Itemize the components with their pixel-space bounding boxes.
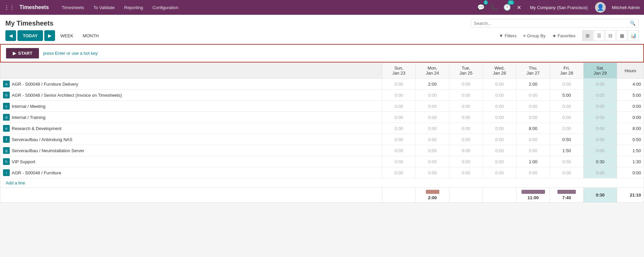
cell-tue[interactable]: 0:00 [449, 134, 483, 145]
cell-sun[interactable]: 0:00 [382, 134, 416, 145]
view-table-btn[interactable]: ▦ [616, 30, 627, 41]
cell-wed[interactable]: 0:00 [483, 134, 516, 145]
cell-sat[interactable]: 0:00 [584, 79, 617, 90]
cell-sun[interactable]: 0:00 [382, 112, 416, 123]
cell-thu[interactable]: 0:00 [516, 145, 550, 156]
chat-icon[interactable]: 💬 5 [476, 2, 486, 12]
cell-tue[interactable]: 0:00 [449, 79, 483, 90]
cell-mon[interactable]: 0:00 [416, 123, 449, 134]
cell-sat[interactable]: 0:00 [584, 123, 617, 134]
task-cell[interactable]: eResearch & Development [0, 123, 382, 134]
grid-icon[interactable]: ⋮⋮ [4, 4, 15, 11]
cell-fri[interactable]: 0:00 [550, 156, 584, 167]
cell-fri[interactable]: 0:00 [550, 123, 584, 134]
cell-tue[interactable]: 0:00 [449, 101, 483, 112]
cell-sat[interactable]: 0:00 [584, 167, 617, 178]
cell-sat[interactable]: 0:30 [584, 156, 617, 167]
task-cell[interactable]: cInternal / Meeting [0, 101, 382, 112]
cell-wed[interactable]: 0:00 [483, 156, 516, 167]
cell-fri[interactable]: 0:00 [550, 101, 584, 112]
cell-sun[interactable]: 0:00 [382, 145, 416, 156]
cell-sat[interactable]: 0:00 [584, 134, 617, 145]
start-area: ▶ START press Enter or use a hot key [0, 44, 644, 62]
cell-sat[interactable]: 0:00 [584, 145, 617, 156]
cell-sun[interactable]: 0:00 [382, 167, 416, 178]
cell-sat[interactable]: 0:00 [584, 101, 617, 112]
week-btn[interactable]: WEEK [56, 30, 77, 41]
task-cell[interactable]: gServeraufbau / Neuinstallation Server [0, 145, 382, 156]
prev-btn[interactable]: ◀ [5, 30, 16, 41]
cell-sun[interactable]: 0:00 [382, 90, 416, 101]
cell-wed[interactable]: 0:00 [483, 123, 516, 134]
task-cell[interactable]: fServeraufbau / Anbindung NAS [0, 134, 382, 145]
nav-reporting[interactable]: Reporting [119, 0, 148, 15]
cell-mon[interactable]: 2:00 [416, 79, 449, 90]
cell-sun[interactable]: 0:00 [382, 101, 416, 112]
nav-to-validate[interactable]: To Validate [89, 0, 119, 15]
cell-tue[interactable]: 0:00 [449, 167, 483, 178]
cell-mon[interactable]: 0:00 [416, 156, 449, 167]
task-cell[interactable]: iAGR - S00048 / Furniture [0, 167, 382, 178]
nav-configuration[interactable]: Configuration [148, 0, 183, 15]
cell-thu[interactable]: 0:00 [516, 90, 550, 101]
add-line-btn[interactable]: Add a line [3, 178, 28, 187]
user-avatar[interactable]: 👤 [595, 2, 606, 13]
filter-icon: ▼ [499, 33, 503, 38]
cell-mon[interactable]: 0:00 [416, 134, 449, 145]
cell-sun[interactable]: 0:00 [382, 79, 416, 90]
cell-tue[interactable]: 0:00 [449, 112, 483, 123]
cell-fri[interactable]: 5:00 [550, 90, 584, 101]
cell-thu[interactable]: 0:00 [516, 167, 550, 178]
cell-fri[interactable]: 0:00 [550, 167, 584, 178]
activity-icon[interactable]: 🕐 31 [502, 2, 512, 12]
cell-tue[interactable]: 0:00 [449, 156, 483, 167]
view-grid-btn[interactable]: ⊞ [582, 30, 593, 41]
cell-tue[interactable]: 0:00 [449, 123, 483, 134]
cell-mon[interactable]: 0:00 [416, 90, 449, 101]
nav-timesheets[interactable]: Timesheets [57, 0, 89, 15]
favorites-btn[interactable]: ★ Favorites [550, 32, 578, 40]
cell-wed[interactable]: 0:00 [483, 101, 516, 112]
cell-mon[interactable]: 0:00 [416, 145, 449, 156]
view-list-btn[interactable]: ☰ [594, 30, 604, 41]
month-btn[interactable]: MONTH [79, 30, 103, 41]
cell-wed[interactable]: 0:00 [483, 167, 516, 178]
today-btn[interactable]: TODAY [17, 30, 43, 41]
cell-wed[interactable]: 0:00 [483, 79, 516, 90]
cell-thu[interactable]: 1:00 [516, 156, 550, 167]
view-card-btn[interactable]: ⊟ [605, 30, 616, 41]
cell-mon[interactable]: 0:00 [416, 101, 449, 112]
phone-icon[interactable]: 📞 [489, 3, 499, 12]
close-icon[interactable]: ✕ [515, 3, 523, 12]
start-button[interactable]: ▶ START [6, 48, 39, 58]
cell-mon[interactable]: 0:00 [416, 112, 449, 123]
cell-tue[interactable]: 0:00 [449, 145, 483, 156]
cell-thu[interactable]: 2:00 [516, 79, 550, 90]
next-btn[interactable]: ▶ [44, 30, 55, 41]
cell-thu[interactable]: 0:00 [516, 134, 550, 145]
cell-thu[interactable]: 0:00 [516, 112, 550, 123]
cell-thu[interactable]: 8:00 [516, 123, 550, 134]
cell-sat[interactable]: 0:00 [584, 112, 617, 123]
cell-sun[interactable]: 0:00 [382, 123, 416, 134]
cell-fri[interactable]: 1:50 [550, 145, 584, 156]
cell-wed[interactable]: 0:00 [483, 90, 516, 101]
cell-wed[interactable]: 0:00 [483, 112, 516, 123]
search-input[interactable] [474, 21, 630, 26]
group-by-btn[interactable]: ≡ Group By [521, 32, 548, 40]
cell-mon[interactable]: 0:00 [416, 167, 449, 178]
filters-btn[interactable]: ▼ Filters [496, 32, 519, 40]
cell-fri[interactable]: 0:50 [550, 134, 584, 145]
task-cell[interactable]: hVIP Support [0, 156, 382, 167]
cell-tue[interactable]: 0:00 [449, 90, 483, 101]
task-cell[interactable]: aAGR - S00048 / Furniture Delivery [0, 79, 382, 90]
cell-thu[interactable]: 0:00 [516, 101, 550, 112]
task-cell[interactable]: dInternal / Training [0, 112, 382, 123]
cell-fri[interactable]: 0:00 [550, 112, 584, 123]
cell-sun[interactable]: 0:00 [382, 156, 416, 167]
cell-wed[interactable]: 0:00 [483, 145, 516, 156]
view-chart-btn[interactable]: 📊 [628, 30, 639, 41]
task-cell[interactable]: bAGR - S00048 / Senior Architect (Invoic… [0, 90, 382, 101]
cell-fri[interactable]: 0:00 [550, 79, 584, 90]
cell-sat[interactable]: 0:00 [584, 90, 617, 101]
